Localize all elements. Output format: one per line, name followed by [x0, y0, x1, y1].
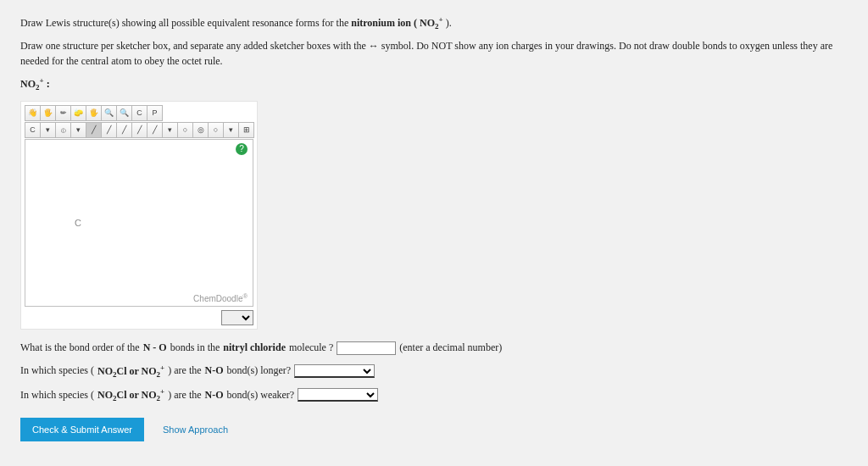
sketcher-panel: 👋🖐✏🧽🖐🔍🔍CP C▾⦶▾╱╱╱╱╱▾○◎○▾⊞ ? C ChemDoodle…	[20, 101, 258, 330]
toolbar-btn-r2-3[interactable]: ▾	[70, 122, 86, 138]
toolbar-btn-r1-6[interactable]: 🔍	[116, 105, 132, 121]
bond-order-input[interactable]	[337, 341, 396, 355]
toolbar-row-2: C▾⦶▾╱╱╱╱╱▾○◎○▾⊞	[25, 122, 253, 138]
toolbar-btn-r2-0[interactable]: C	[25, 122, 41, 138]
toolbar-btn-r2-12[interactable]: ○	[208, 122, 224, 138]
toolbar-btn-r2-6[interactable]: ╱	[116, 122, 132, 138]
toolbar-btn-r1-4[interactable]: 🖐	[86, 105, 102, 121]
toolbar-btn-r1-1[interactable]: 🖐	[40, 105, 56, 121]
show-approach-link[interactable]: Show Approach	[163, 424, 228, 435]
toolbar-btn-r2-9[interactable]: ▾	[162, 122, 178, 138]
longer-bond-select[interactable]	[294, 364, 375, 378]
toolbar-btn-r2-10[interactable]: ○	[177, 122, 193, 138]
toolbar-btn-r1-7[interactable]: C	[131, 105, 147, 121]
toolbar-btn-r1-0[interactable]: 👋	[25, 105, 41, 121]
toolbar-btn-r2-2[interactable]: ⦶	[55, 122, 71, 138]
toolbar-btn-r2-14[interactable]: ⊞	[238, 122, 254, 138]
sketch-canvas[interactable]: ? C ChemDoodle®	[25, 139, 253, 307]
toolbar-btn-r1-2[interactable]: ✏	[55, 105, 71, 121]
toolbar-row-1: 👋🖐✏🧽🖐🔍🔍CP	[25, 105, 253, 121]
canvas-atom-label: C	[75, 218, 81, 228]
toolbar-btn-r1-8[interactable]: P	[147, 105, 163, 121]
toolbar-btn-r2-1[interactable]: ▾	[40, 122, 56, 138]
weaker-bond-select[interactable]	[298, 388, 378, 402]
help-icon[interactable]: ?	[236, 143, 248, 155]
toolbar-btn-r2-13[interactable]: ▾	[223, 122, 239, 138]
toolbar-btn-r1-3[interactable]: 🧽	[70, 105, 86, 121]
question-bond-order: What is the bond order of the N - O bond…	[20, 341, 848, 355]
toolbar-btn-r2-4[interactable]: ╱	[86, 122, 102, 138]
toolbar-btn-r2-5[interactable]: ╱	[101, 122, 117, 138]
species-label: NO2+ :	[20, 75, 848, 93]
check-submit-button[interactable]: Check & Submit Answer	[20, 418, 144, 441]
chemdoodle-brand: ChemDoodle®	[193, 292, 248, 303]
question-weaker-bond: In which species (NO2Cl or NO2+) are the…	[20, 387, 848, 402]
toolbar-btn-r2-11[interactable]: ◎	[192, 122, 209, 138]
toolbar-btn-r1-5[interactable]: 🔍	[101, 105, 117, 121]
question-longer-bond: In which species (NO2Cl or NO2+) are the…	[20, 363, 848, 379]
instruction-line-1: Draw Lewis structure(s) showing all poss…	[20, 14, 848, 32]
sketcher-select[interactable]	[221, 310, 253, 325]
toolbar-btn-r2-8[interactable]: ╱	[147, 122, 163, 138]
toolbar-btn-r2-7[interactable]: ╱	[131, 122, 147, 138]
instruction-line-2: Draw one structure per sketcher box, and…	[20, 39, 848, 69]
